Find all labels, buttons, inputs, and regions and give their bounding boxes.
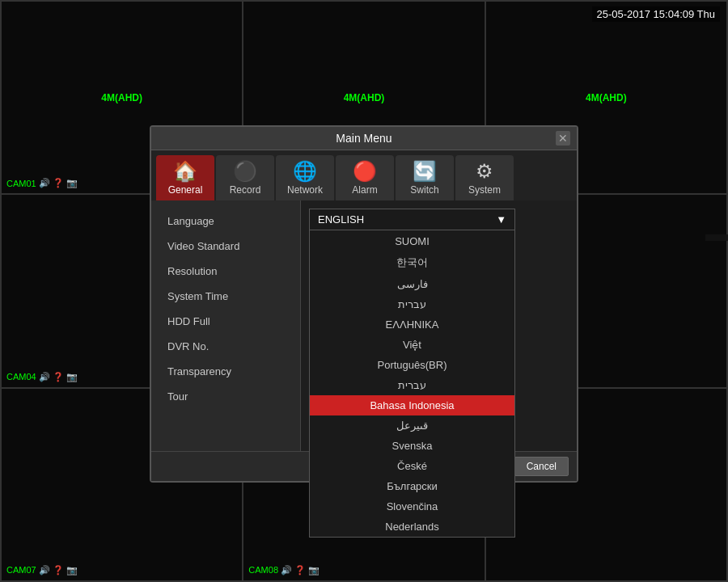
tab-network-label: Network <box>287 184 323 196</box>
language-option-18[interactable]: Svenska <box>310 436 514 456</box>
ahd-label-1: 4M(AHD) <box>101 92 142 103</box>
language-dropdown-list[interactable]: ENGLISHFRANCAISDEUTSCHERPORTUGUETüRKIYEP… <box>309 230 515 538</box>
tab-system-label: System <box>468 184 501 196</box>
modal-title-bar: Main Menu ✕ <box>151 127 577 150</box>
sidebar-tour[interactable]: Tour <box>151 384 300 409</box>
close-button[interactable]: ✕ <box>556 131 570 146</box>
modal-title: Main Menu <box>336 132 392 145</box>
sidebar-language[interactable]: Language <box>151 209 300 234</box>
switch-icon: 🔄 <box>413 160 437 183</box>
network-stats-panel <box>705 234 728 241</box>
tab-system[interactable]: ⚙ System <box>455 155 514 200</box>
language-option-8[interactable]: SUOMI <box>310 231 514 251</box>
system-icon: ⚙ <box>476 160 493 183</box>
language-dropdown-container: ENGLISH ▼ ENGLISHFRANCAISDEUTSCHERPORTUG… <box>309 209 515 230</box>
language-option-20[interactable]: Български <box>310 476 514 496</box>
language-option-10[interactable]: فارسى <box>310 274 514 294</box>
ahd-label-3: 4M(AHD) <box>586 92 627 103</box>
language-option-15[interactable]: עברית <box>310 375 514 395</box>
general-icon: 🏠 <box>173 160 197 183</box>
language-option-19[interactable]: České <box>310 456 514 476</box>
sidebar-video-standard[interactable]: Video Standard <box>151 234 300 259</box>
record-icon: ⚫ <box>233 160 257 183</box>
tab-bar: 🏠 General ⚫ Record 🌐 Network 🔴 Alarm 🔄 S… <box>151 150 577 200</box>
settings-sidebar: Language Video Standard Resolution Syste… <box>151 200 301 451</box>
main-menu-modal: Main Menu ✕ 🏠 General ⚫ Record 🌐 Network… <box>150 125 578 483</box>
tab-general[interactable]: 🏠 General <box>156 155 214 200</box>
tab-alarm-label: Alarm <box>352 184 377 196</box>
language-option-14[interactable]: Português(BR) <box>310 355 514 375</box>
datetime-display: 25-05-2017 15:04:09 Thu <box>592 6 721 22</box>
sidebar-resolution[interactable]: Resolution <box>151 259 300 284</box>
cam-label-4: CAM04 🔊 ❓ 📷 <box>6 372 78 382</box>
language-option-9[interactable]: 한국어 <box>310 251 514 274</box>
language-option-13[interactable]: Việt <box>310 335 514 355</box>
tab-switch-label: Switch <box>410 184 438 196</box>
sidebar-transparency[interactable]: Transparency <box>151 359 300 384</box>
language-option-11[interactable]: עברית <box>310 294 514 314</box>
network-icon: 🌐 <box>293 160 317 183</box>
cancel-button[interactable]: Cancel <box>514 457 569 476</box>
cam-label-1: CAM01 🔊 ❓ 📷 <box>6 178 78 188</box>
cam-label-8: CAM08 🔊 ❓ 📷 <box>248 565 320 576</box>
language-option-22[interactable]: Nederlands <box>310 517 514 537</box>
sidebar-dvr-no[interactable]: DVR No. <box>151 334 300 359</box>
language-option-17[interactable]: قىيرعل <box>310 415 514 436</box>
language-dropdown-header[interactable]: ENGLISH ▼ <box>309 209 515 230</box>
tab-record-label: Record <box>230 184 261 196</box>
language-option-16[interactable]: Bahasa Indonesia <box>310 395 514 415</box>
cam-label-7: CAM07 🔊 ❓ 📷 <box>6 565 78 576</box>
alarm-icon: 🔴 <box>353 160 377 183</box>
selected-language: ENGLISH <box>318 213 364 226</box>
content-area: ENGLISH ▼ ENGLISHFRANCAISDEUTSCHERPORTUG… <box>301 200 577 451</box>
tab-network[interactable]: 🌐 Network <box>276 155 334 200</box>
tab-switch[interactable]: 🔄 Switch <box>396 155 454 200</box>
language-option-12[interactable]: ΕΛΛΗΝΙΚΑ <box>310 314 514 335</box>
sidebar-system-time[interactable]: System Time <box>151 284 300 309</box>
ahd-label-2: 4M(AHD) <box>344 92 385 103</box>
dropdown-arrow-icon: ▼ <box>496 213 506 226</box>
tab-alarm[interactable]: 🔴 Alarm <box>336 155 394 200</box>
sidebar-hdd-full[interactable]: HDD Full <box>151 309 300 334</box>
language-option-21[interactable]: Slovenčina <box>310 496 514 517</box>
modal-body: Language Video Standard Resolution Syste… <box>151 200 577 451</box>
tab-record[interactable]: ⚫ Record <box>216 155 274 200</box>
tab-general-label: General <box>168 184 203 196</box>
